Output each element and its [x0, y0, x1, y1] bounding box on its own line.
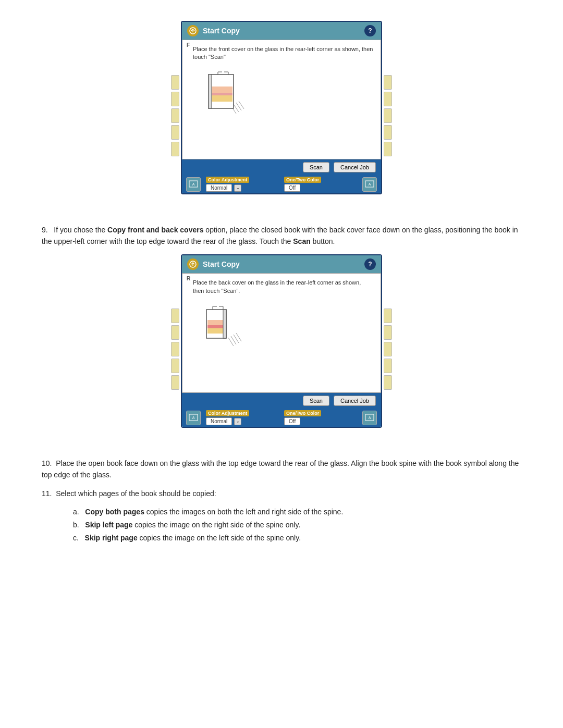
right-side-tab-1[interactable] [384, 75, 392, 90]
cancel-btn-2[interactable]: Cancel Job [334, 396, 376, 406]
instruction-1: Place the front cover on the glass in th… [193, 45, 373, 61]
svg-text:A: A [369, 416, 371, 419]
body-2: R Place the back cover on the glass in t… [182, 273, 381, 393]
side-tab-3[interactable] [171, 108, 179, 123]
title-text-1: Start Copy [203, 27, 240, 35]
right-tabs-1 [382, 21, 394, 210]
sub-b-text: copies the image on the right side of th… [132, 521, 300, 529]
corner-icon-right-2: A [362, 411, 377, 425]
status-bar-2: A Color Adjustment Normal ⌄ One/Two Colo… [182, 409, 381, 427]
side-tab-5[interactable] [171, 142, 179, 156]
sub-b-bold: Skip left page [85, 521, 132, 529]
sub-a-text: copies the images on both the left and r… [144, 508, 343, 516]
step-11: 11. Select which pages of the book shoul… [42, 488, 521, 500]
side-tab-4[interactable] [171, 125, 179, 140]
copy-icon-1 [187, 25, 199, 36]
color-count-row-2: Off [284, 417, 300, 425]
help-btn-2[interactable]: ? [364, 258, 376, 270]
titlebar-1: Start Copy ? [182, 22, 381, 40]
color-count-value-2: Off [284, 417, 300, 425]
left-tab2-4[interactable] [171, 359, 179, 373]
title-text-2: Start Copy [203, 260, 240, 268]
instruction-2: Place the back cover on the glass in the… [193, 279, 373, 295]
step9-scan-bold: Scan [293, 237, 310, 245]
titlebar-2: Start Copy ? [182, 255, 381, 273]
title-left-2: Start Copy [187, 258, 240, 270]
left-tabs-1 [169, 21, 181, 210]
right-tab2-3[interactable] [384, 342, 392, 356]
copy-icon-2 [187, 258, 199, 270]
corner-icon-left-2: A [186, 411, 201, 425]
right-side-tab-3[interactable] [384, 108, 392, 123]
step11-number: 11. [42, 489, 52, 498]
side-tab-2[interactable] [171, 92, 179, 106]
left-tabs-2 [169, 254, 181, 443]
book-diagram-2 [197, 300, 373, 359]
color-adj-value-2: Normal [206, 417, 232, 425]
color-count-label-2: One/Two Color [284, 410, 321, 416]
corner-icon-left-1: A [186, 177, 201, 192]
sub-list: a. Copy both pages copies the images on … [73, 507, 521, 544]
color-count-label-1: One/Two Color [284, 177, 321, 183]
sub-a-label: a. [73, 508, 79, 516]
ui-box-2: Start Copy ? R Place the back cover on t… [181, 254, 382, 428]
color-adj-value-1: Normal [206, 184, 232, 192]
left-tab2-3[interactable] [171, 342, 179, 356]
sub-b-label: b. [73, 521, 79, 529]
ui-outer-1: Start Copy ? F Place the front cover on … [169, 21, 394, 210]
svg-text:A: A [369, 182, 371, 186]
left-tab2-5[interactable] [171, 375, 179, 390]
svg-rect-14 [209, 75, 212, 108]
step10-text: Place the open book face down on the gla… [42, 459, 519, 479]
step10-number: 10. [42, 459, 52, 467]
title-left-1: Start Copy [187, 25, 240, 36]
page-indicator-1: F [187, 42, 190, 48]
ui-outer-2: Start Copy ? R Place the back cover on t… [169, 254, 394, 443]
ui-screenshot-2-wrapper: Start Copy ? R Place the back cover on t… [42, 254, 521, 443]
status-section-color-2: Color Adjustment Normal ⌄ [206, 410, 279, 425]
chevron-1[interactable]: ⌄ [234, 184, 241, 192]
sub-c-text: copies the image on the left side of the… [138, 534, 301, 542]
right-tab2-2[interactable] [384, 325, 392, 340]
bottom-bar-1: Scan Cancel Job [182, 159, 381, 175]
sub-c: c. Skip right page copies the image on t… [73, 533, 521, 544]
step11-text: Select which pages of the book should be… [56, 489, 216, 498]
cancel-btn-1[interactable]: Cancel Job [334, 162, 376, 172]
ui-box-1: Start Copy ? F Place the front cover on … [181, 21, 382, 194]
right-side-tab-2[interactable] [384, 92, 392, 106]
color-adj-row-2: Normal ⌄ [206, 417, 241, 425]
svg-text:A: A [192, 416, 195, 419]
color-count-row-1: Off [284, 184, 300, 192]
right-side-tab-5[interactable] [384, 142, 392, 156]
color-adj-label-1: Color Adjustment [206, 177, 249, 183]
corner-icon-right-1: A [362, 177, 377, 192]
left-tab2-1[interactable] [171, 309, 179, 323]
sub-a-bold: Copy both pages [85, 508, 144, 516]
svg-text:A: A [192, 182, 195, 186]
scan-btn-1[interactable]: Scan [303, 162, 329, 172]
scan-btn-2[interactable]: Scan [303, 396, 329, 406]
color-count-value-1: Off [284, 184, 300, 192]
step-9: 9. If you chose the Copy front and back … [42, 225, 521, 247]
bottom-bar-2: Scan Cancel Job [182, 393, 381, 409]
side-tab-1[interactable] [171, 75, 179, 90]
body-content-2: Place the back cover on the glass in the… [182, 274, 381, 364]
ui-screenshot-1-wrapper: Start Copy ? F Place the front cover on … [42, 21, 521, 210]
color-adj-label-2: Color Adjustment [206, 410, 249, 416]
step-10: 10. Place the open book face down on the… [42, 458, 521, 480]
right-tab2-1[interactable] [384, 309, 392, 323]
svg-rect-29 [223, 310, 226, 338]
status-section-count-1: One/Two Color Off [284, 177, 357, 192]
left-tab2-2[interactable] [171, 325, 179, 340]
step9-text-pre: If you chose the [54, 226, 107, 234]
right-tab2-4[interactable] [384, 359, 392, 373]
step9-bold: Copy front and back covers [107, 226, 203, 234]
color-adj-row-1: Normal ⌄ [206, 184, 241, 192]
right-tab2-5[interactable] [384, 375, 392, 390]
status-bar-1: A Color Adjustment Normal ⌄ One/Two Colo… [182, 175, 381, 193]
svg-rect-13 [210, 95, 232, 102]
help-btn-1[interactable]: ? [364, 25, 376, 36]
chevron-2[interactable]: ⌄ [234, 418, 241, 425]
right-side-tab-4[interactable] [384, 125, 392, 140]
status-section-color-1: Color Adjustment Normal ⌄ [206, 177, 279, 192]
